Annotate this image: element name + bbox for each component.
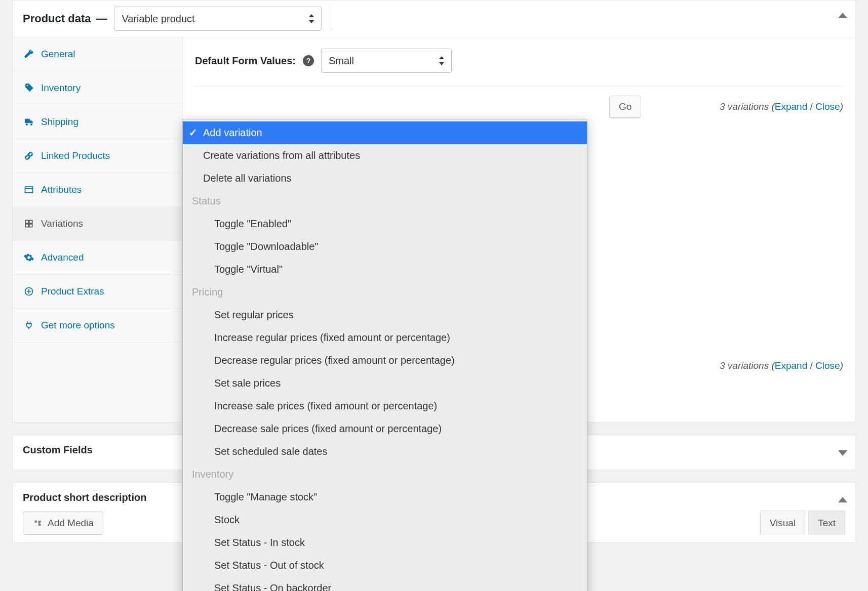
card-icon — [24, 185, 34, 195]
media-icon — [32, 518, 43, 528]
product-type-value: Variable product — [122, 13, 194, 25]
expand-link[interactable]: Expand — [775, 360, 807, 371]
truck-icon — [24, 117, 34, 127]
default-form-values-label: Default Form Values: — [195, 55, 296, 67]
tab-advanced[interactable]: Advanced — [13, 241, 182, 275]
panel-collapse-toggle[interactable] — [838, 13, 847, 18]
tab-get-more-options[interactable]: Get more options — [13, 309, 182, 343]
default-form-values-row: Default Form Values: ? Small — [195, 49, 843, 73]
default-form-value: Small — [329, 55, 354, 67]
variations-toolbar: Go 3 variations (Expand / Close) — [195, 86, 843, 118]
option-increase-sale[interactable]: Increase sale prices (fixed amount or pe… — [183, 395, 587, 417]
option-increase-regular[interactable]: Increase regular prices (fixed amount or… — [183, 326, 587, 349]
add-media-label: Add Media — [48, 518, 94, 529]
divider — [331, 7, 331, 30]
expand-link[interactable]: Expand — [775, 101, 807, 112]
tab-variations-label: Variations — [41, 218, 83, 229]
close-link[interactable]: Close — [815, 360, 840, 371]
variations-summary-top: 3 variations (Expand / Close) — [720, 101, 843, 112]
option-add-variation[interactable]: Add variation — [183, 121, 587, 144]
product-data-dash: — — [96, 12, 107, 25]
help-icon[interactable]: ? — [303, 55, 314, 66]
tab-general[interactable]: General — [13, 37, 182, 71]
add-media-button[interactable]: Add Media — [23, 512, 103, 535]
product-data-tabs: General Inventory Shipping Linked Produc… — [13, 37, 183, 422]
group-inventory: Inventory — [183, 463, 587, 486]
panel-collapse-toggle[interactable] — [838, 450, 847, 456]
tab-inventory-label: Inventory — [41, 82, 81, 94]
option-decrease-regular[interactable]: Decrease regular prices (fixed amount or… — [183, 349, 587, 372]
close-link[interactable]: Close — [815, 101, 840, 112]
option-set-scheduled-sale[interactable]: Set scheduled sale dates — [183, 440, 587, 463]
editor-mode-tabs: Visual Text — [760, 511, 845, 535]
tab-attributes[interactable]: Attributes — [13, 173, 182, 207]
option-status-backorder[interactable]: Set Status - On backorder — [183, 577, 587, 591]
product-type-select[interactable]: Variable product — [114, 7, 322, 31]
option-set-sale[interactable]: Set sale prices — [183, 372, 587, 395]
tab-attributes-label: Attributes — [41, 184, 82, 195]
variations-count: 3 variations — [720, 101, 769, 112]
tab-linked-label: Linked Products — [41, 150, 110, 161]
tab-extras-label: Product Extras — [41, 286, 104, 297]
tag-icon — [24, 83, 34, 93]
editor-tab-text[interactable]: Text — [808, 511, 845, 535]
option-set-regular[interactable]: Set regular prices — [183, 304, 587, 326]
gear-icon — [24, 252, 34, 263]
tab-inventory[interactable]: Inventory — [13, 71, 182, 105]
tab-general-label: General — [41, 49, 75, 60]
option-toggle-virtual[interactable]: Toggle "Virtual" — [183, 258, 587, 281]
grid-icon — [24, 219, 34, 229]
product-data-header: Product data — Variable product — [13, 1, 855, 37]
plug-icon — [24, 320, 34, 330]
go-button[interactable]: Go — [609, 96, 641, 118]
option-toggle-downloadable[interactable]: Toggle "Downloadable" — [183, 235, 587, 258]
select-spinner-icon — [439, 56, 446, 65]
link-icon — [24, 151, 34, 161]
tab-product-extras[interactable]: Product Extras — [13, 275, 182, 309]
option-create-from-attributes[interactable]: Create variations from all attributes — [183, 144, 587, 167]
group-pricing: Pricing — [183, 281, 587, 304]
product-data-title: Product data — [23, 12, 91, 25]
panel-collapse-toggle[interactable] — [838, 497, 847, 502]
variations-summary-bottom: 3 variations (Expand / Close) — [720, 360, 843, 371]
tab-advanced-label: Advanced — [41, 252, 84, 263]
option-status-in-stock[interactable]: Set Status - In stock — [183, 531, 587, 554]
option-stock[interactable]: Stock — [183, 509, 587, 531]
tab-linked-products[interactable]: Linked Products — [13, 139, 182, 173]
tab-shipping-label: Shipping — [41, 116, 78, 128]
tab-variations[interactable]: Variations — [13, 207, 182, 241]
option-status-out-stock[interactable]: Set Status - Out of stock — [183, 554, 587, 577]
bulk-actions-dropdown[interactable]: Add variation Create variations from all… — [182, 119, 587, 591]
tab-more-label: Get more options — [41, 320, 115, 331]
wrench-icon — [24, 49, 34, 59]
default-form-select[interactable]: Small — [321, 49, 452, 73]
variations-count: 3 variations — [720, 360, 769, 371]
option-delete-all[interactable]: Delete all variations — [183, 167, 587, 190]
plus-circle-icon — [24, 286, 34, 297]
option-toggle-manage-stock[interactable]: Toggle "Manage stock" — [183, 486, 587, 509]
option-decrease-sale[interactable]: Decrease sale prices (fixed amount or pe… — [183, 417, 587, 440]
editor-tab-visual[interactable]: Visual — [760, 511, 805, 535]
tab-shipping[interactable]: Shipping — [13, 105, 182, 139]
option-toggle-enabled[interactable]: Toggle "Enabled" — [183, 213, 587, 235]
svg-point-1 — [34, 520, 37, 523]
group-status: Status — [183, 190, 587, 213]
select-spinner-icon — [309, 14, 316, 23]
